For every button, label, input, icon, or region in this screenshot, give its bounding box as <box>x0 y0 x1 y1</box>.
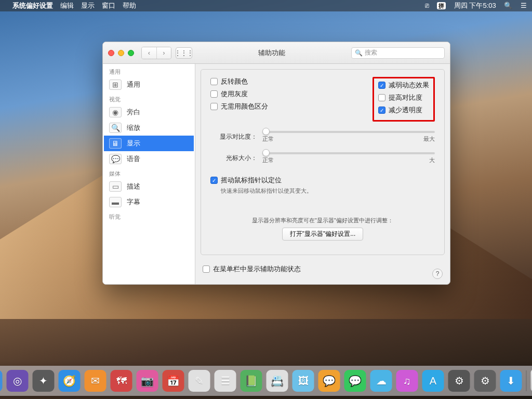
sidebar-item-icon: 💬 <box>109 154 122 164</box>
contrast-label: 显示对比度： <box>210 132 257 141</box>
sidebar-item-label: 缩放 <box>127 123 140 132</box>
option-left-label-1: 使用灰度 <box>221 89 248 99</box>
sidebar-item-icon: ⊞ <box>109 79 122 90</box>
dock-app-14[interactable]: 💬 <box>344 370 366 392</box>
sidebar-item-label: 显示 <box>127 139 140 148</box>
search-input[interactable]: 🔍 搜索 <box>351 47 445 59</box>
sidebar[interactable]: 通用⊞通用视觉◉旁白🔍缩放🖥显示💬语音媒体▭描述▬字幕听觉 <box>103 64 195 284</box>
dock-app-2[interactable]: ✦ <box>33 370 55 392</box>
annotation-highlight: ✓减弱动态效果提高对比度✓减少透明度 <box>373 77 435 122</box>
cursor-slider-row: 光标大小： 正常大 <box>210 152 435 164</box>
sidebar-item-显示[interactable]: 🖥显示 <box>104 136 194 151</box>
sidebar-item-旁白[interactable]: ◉旁白 <box>104 104 194 120</box>
sidebar-item-icon: ◉ <box>109 107 122 117</box>
option-right-label-0: 减弱动态效果 <box>389 81 429 90</box>
option-right-row-2[interactable]: ✓减少透明度 <box>378 105 429 115</box>
sidebar-item-label: 旁白 <box>127 108 140 117</box>
dock-app-18[interactable]: ⚙︎ <box>448 370 470 392</box>
option-left-label-2: 无需用颜色区分 <box>221 102 268 111</box>
close-button[interactable] <box>108 50 114 56</box>
contrast-slider[interactable] <box>262 131 435 133</box>
dock-app-9[interactable]: ☰ <box>215 370 236 392</box>
window-titlebar[interactable]: ‹ › ⋮⋮⋮ 辅助功能 🔍 搜索 <box>103 42 450 64</box>
status-menubar-label: 在菜单栏中显示辅助功能状态 <box>213 264 301 274</box>
sidebar-item-字幕[interactable]: ▬字幕 <box>104 194 194 210</box>
shake-help-text: 快速来回移动鼠标指针以使其变大。 <box>221 187 435 195</box>
dock-app-3[interactable]: 🧭 <box>59 370 81 392</box>
cursor-slider[interactable] <box>262 152 435 154</box>
dock-app-10[interactable]: 📗 <box>241 370 262 392</box>
sidebar-section-label: 听觉 <box>104 210 194 222</box>
option-right-row-1[interactable]: 提高对比度 <box>378 93 429 102</box>
dock-app-4[interactable]: ✉︎ <box>85 370 107 392</box>
menubar-item-view[interactable]: 显示 <box>81 1 95 10</box>
option-right-label-1: 提高对比度 <box>389 93 422 102</box>
option-left-row-2[interactable]: 无需用颜色区分 <box>210 102 304 111</box>
option-right-checkbox-2[interactable]: ✓ <box>378 107 385 114</box>
status-menubar-checkbox[interactable] <box>203 265 210 273</box>
sidebar-item-缩放[interactable]: 🔍缩放 <box>104 120 194 136</box>
dock-app-15[interactable]: ☁︎ <box>370 370 392 392</box>
sidebar-section-label: 视觉 <box>104 92 194 104</box>
menubar-app-name[interactable]: 系统偏好设置 <box>12 1 53 10</box>
menu-list-icon[interactable]: ☰ <box>521 2 527 9</box>
option-left-checkbox-0[interactable] <box>210 78 218 85</box>
input-method-icon[interactable]: 拼 <box>437 2 446 9</box>
back-button[interactable]: ‹ <box>142 47 156 59</box>
airplay-icon[interactable]: ⎚ <box>425 2 429 9</box>
sidebar-item-语音[interactable]: 💬语音 <box>104 151 194 167</box>
option-right-row-0[interactable]: ✓减弱动态效果 <box>378 81 429 90</box>
dock-app-13[interactable]: 💬 <box>318 370 340 392</box>
dock-app-19[interactable]: ⚙︎ <box>474 370 496 392</box>
option-left-label-0: 反转颜色 <box>221 77 248 86</box>
option-left-row-1[interactable]: 使用灰度 <box>210 89 304 99</box>
sidebar-item-label: 通用 <box>127 80 140 89</box>
spotlight-icon[interactable]: 🔍 <box>504 2 512 9</box>
shake-checkbox-row[interactable]: ✓ 摇动鼠标指针以定位 <box>210 176 435 185</box>
dock-app-20[interactable]: ⬇︎ <box>500 370 522 392</box>
dock-app-7[interactable]: 📅 <box>163 370 184 392</box>
option-left-checkbox-1[interactable] <box>210 90 218 98</box>
shake-label: 摇动鼠标指针以定位 <box>221 176 282 185</box>
sidebar-item-label: 描述 <box>127 182 140 191</box>
menubar-datetime[interactable]: 周四 下午5:03 <box>454 2 496 9</box>
dock-app-12[interactable]: 🖼 <box>292 370 314 392</box>
dock-app-6[interactable]: 📷 <box>137 370 158 392</box>
menubar-item-window[interactable]: 窗口 <box>102 1 115 10</box>
content-pane: 反转颜色使用灰度无需用颜色区分 ✓减弱动态效果提高对比度✓减少透明度 显示对比度… <box>201 69 445 255</box>
menubar: 系统偏好设置 编辑 显示 窗口 帮助 ⎚ 拼 周四 下午5:03 🔍 ☰ <box>0 0 532 11</box>
dock-app-0[interactable]: ☺ <box>0 370 3 392</box>
option-left-checkbox-2[interactable] <box>210 103 218 110</box>
dock-app-1[interactable]: ◎ <box>7 370 29 392</box>
dock-app-5[interactable]: 🗺 <box>111 370 132 392</box>
prefs-window: ‹ › ⋮⋮⋮ 辅助功能 🔍 搜索 通用⊞通用视觉◉旁白🔍缩放🖥显示💬语音媒体▭… <box>102 42 450 285</box>
sidebar-item-icon: 🖥 <box>109 138 122 149</box>
option-right-checkbox-1[interactable] <box>378 94 385 101</box>
menubar-item-edit[interactable]: 编辑 <box>60 1 74 10</box>
forward-button[interactable]: › <box>156 47 171 59</box>
dock-app-11[interactable]: 📇 <box>267 370 288 392</box>
cursor-label: 光标大小： <box>210 154 257 163</box>
sidebar-item-通用[interactable]: ⊞通用 <box>104 77 194 92</box>
window-title: 辅助功能 <box>196 48 347 58</box>
sidebar-item-icon: ▭ <box>109 181 122 192</box>
sidebar-item-label: 字幕 <box>127 197 140 207</box>
sidebar-item-描述[interactable]: ▭描述 <box>104 179 194 194</box>
shake-checkbox[interactable]: ✓ <box>210 177 218 184</box>
menubar-item-help[interactable]: 帮助 <box>123 1 136 10</box>
minimize-button[interactable] <box>118 50 124 56</box>
dock: ☺◎✦🧭✉︎🗺📷📅✎☰📗📇🖼💬💬☁︎♫A⚙︎⚙︎⬇︎ <box>0 366 532 396</box>
status-menubar-checkbox-row[interactable]: 在菜单栏中显示辅助功能状态 <box>203 264 443 274</box>
help-button[interactable]: ? <box>432 269 443 279</box>
open-display-prefs-button[interactable]: 打开"显示器"偏好设置... <box>282 228 364 241</box>
dock-separator <box>526 370 527 391</box>
search-placeholder: 搜索 <box>365 48 377 57</box>
dock-app-8[interactable]: ✎ <box>189 370 210 392</box>
option-left-row-0[interactable]: 反转颜色 <box>210 77 304 86</box>
show-all-button[interactable]: ⋮⋮⋮ <box>176 47 192 59</box>
zoom-button[interactable] <box>128 50 134 56</box>
sidebar-item-icon: ▬ <box>109 197 122 207</box>
dock-app-16[interactable]: ♫ <box>396 370 418 392</box>
dock-app-17[interactable]: A <box>422 370 444 392</box>
option-right-checkbox-0[interactable]: ✓ <box>378 82 385 89</box>
